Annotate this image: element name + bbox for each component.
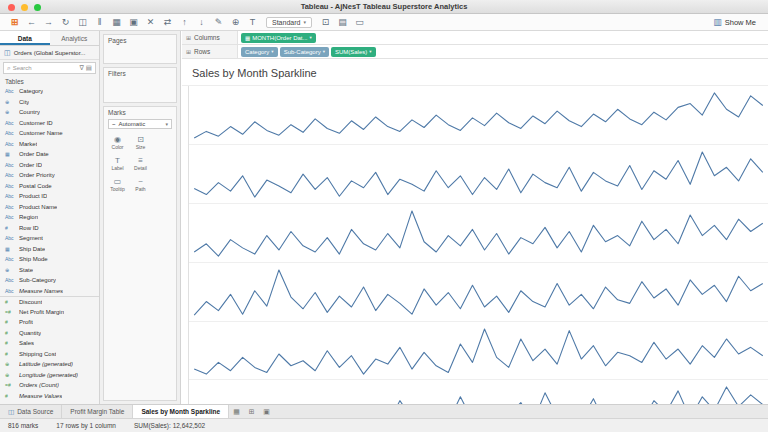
abc-icon: Abc	[5, 128, 16, 138]
fit-icon[interactable]: ⊡	[317, 15, 334, 30]
filter-fields-icon[interactable]: ∇	[79, 64, 83, 72]
pill-sub-category[interactable]: Sub-Category▾	[280, 47, 329, 57]
tooltip-button[interactable]: ▭Tooltip	[106, 174, 129, 195]
duplicate-icon[interactable]: ▣	[125, 15, 142, 30]
color-button[interactable]: ◉Color	[106, 132, 129, 153]
path-icon: ~	[138, 177, 143, 186]
field-postal-code[interactable]: AbcPostal Code	[0, 181, 99, 192]
tab-data[interactable]: Data	[0, 31, 50, 45]
field-order-id[interactable]: AbcOrder ID	[0, 160, 99, 171]
undo-icon[interactable]: ←	[23, 15, 40, 30]
view-options-icon[interactable]: ▤	[86, 64, 92, 72]
size-button[interactable]: ⊡Size	[129, 132, 152, 153]
calendar-icon: ▦	[245, 35, 250, 41]
field-order-priority[interactable]: AbcOrder Priority	[0, 170, 99, 181]
field-customer-id[interactable]: AbcCustomer ID	[0, 118, 99, 129]
abc-icon: Abc	[5, 118, 16, 128]
field-product-id[interactable]: AbcProduct ID	[0, 191, 99, 202]
clear-icon[interactable]: ✕	[142, 15, 159, 30]
path-button[interactable]: ~Path	[129, 174, 152, 195]
new-worksheet-icon[interactable]: ▦	[108, 15, 125, 30]
minimize-window-button[interactable]	[21, 4, 28, 11]
labels-icon[interactable]: T	[244, 15, 261, 30]
pill-sum-sales[interactable]: SUM(Sales)▾	[331, 47, 376, 57]
field-profit[interactable]: #Profit	[0, 317, 99, 328]
close-window-button[interactable]	[8, 4, 15, 11]
sheet-tab-profit-margin-table[interactable]: Profit Margin Table	[62, 405, 133, 418]
zoom-window-button[interactable]	[34, 4, 41, 11]
abc-icon: Abc	[5, 286, 16, 296]
data-source-item[interactable]: ◫ Orders (Global Superstor...	[0, 46, 99, 60]
pause-updates-icon[interactable]: ‖	[91, 15, 108, 30]
field-orders-count[interactable]: =#Orders (Count)	[0, 380, 99, 391]
view-size-select[interactable]: Standard ▾	[266, 17, 312, 28]
field-sub-category[interactable]: AbcSub-Category	[0, 275, 99, 286]
calendar-icon: ▦	[5, 244, 16, 254]
field-measure-names[interactable]: AbcMeasure Names	[0, 286, 99, 297]
filters-card[interactable]: Filters	[103, 67, 177, 103]
field-product-name[interactable]: AbcProduct Name	[0, 202, 99, 213]
label-button[interactable]: TLabel	[106, 153, 129, 174]
field-label: Orders (Count)	[19, 382, 59, 388]
field-ship-date[interactable]: ▦Ship Date	[0, 244, 99, 255]
field-ship-mode[interactable]: AbcShip Mode	[0, 254, 99, 265]
field-label: Postal Code	[19, 183, 52, 189]
field-longitude-generated[interactable]: ⊕Longitude (generated)	[0, 370, 99, 381]
field-segment[interactable]: AbcSegment	[0, 233, 99, 244]
search-input[interactable]: ⌕ Search ∇ ▤	[3, 62, 96, 74]
sort-asc-icon[interactable]: ↑	[176, 15, 193, 30]
field-sales[interactable]: #Sales	[0, 338, 99, 349]
tableau-logo-icon[interactable]: ⊞	[6, 15, 23, 30]
calc-icon: =#	[5, 380, 16, 390]
sheet-tab-sales-by-month-sparkline[interactable]: Sales by Month Sparkline	[133, 405, 229, 418]
field-measure-values[interactable]: #Measure Values	[0, 391, 99, 402]
new-worksheet-tab-icon[interactable]: ▦	[229, 405, 244, 418]
field-row-id[interactable]: #Row ID	[0, 223, 99, 234]
field-net-profit-margin[interactable]: =#Net Profit Margin	[0, 307, 99, 318]
new-data-source-icon[interactable]: ◫	[74, 15, 91, 30]
field-city[interactable]: ⊕City	[0, 97, 99, 108]
field-shipping-cost[interactable]: #Shipping Cost	[0, 349, 99, 360]
field-label: Discount	[19, 299, 42, 305]
pill-category[interactable]: Category▾	[241, 47, 278, 57]
mark-type-select[interactable]: ~ Automatic ▾	[108, 119, 172, 129]
tab-analytics[interactable]: Analytics	[50, 31, 100, 45]
sheet-tab-data-source[interactable]: ◫Data Source	[0, 405, 62, 418]
presentation-icon[interactable]: ▭	[351, 15, 368, 30]
titlebar: Tableau - AjNesT Tableau Superstore Anal…	[0, 0, 768, 14]
field-customer-name[interactable]: AbcCustomer Name	[0, 128, 99, 139]
detail-button[interactable]: ≡Detail	[129, 153, 152, 174]
field-order-date[interactable]: ▦Order Date	[0, 149, 99, 160]
field-state[interactable]: ⊕State	[0, 265, 99, 276]
columns-shelf[interactable]: ⊞ Columns ▦MONTH(Order Dat...▾	[182, 31, 768, 45]
swap-icon[interactable]: ⇄	[159, 15, 176, 30]
detail-icon: ≡	[138, 156, 143, 165]
new-story-tab-icon[interactable]: ▣	[259, 405, 274, 418]
field-market[interactable]: AbcMarket	[0, 139, 99, 150]
show-me-label: Show Me	[725, 18, 756, 27]
field-quantity[interactable]: #Quantity	[0, 328, 99, 339]
pages-card[interactable]: Pages	[103, 34, 177, 64]
field-country[interactable]: ⊕Country	[0, 107, 99, 118]
sort-desc-icon[interactable]: ↓	[193, 15, 210, 30]
field-latitude-generated[interactable]: ⊕Latitude (generated)	[0, 359, 99, 370]
calendar-icon: ▦	[5, 149, 16, 159]
field-label: Latitude (generated)	[19, 361, 73, 367]
replay-icon[interactable]: ↻	[57, 15, 74, 30]
tooltip-icon: ▭	[114, 177, 122, 186]
pill-month-order-dat[interactable]: ▦MONTH(Order Dat...▾	[241, 33, 316, 43]
hash-icon: #	[5, 328, 16, 338]
rows-shelf[interactable]: ⊞ Rows Category▾Sub-Category▾SUM(Sales)▾	[182, 45, 768, 59]
show-me-button[interactable]: ▥ Show Me	[707, 16, 762, 28]
hash-icon: #	[5, 297, 16, 307]
cards-icon[interactable]: ▤	[334, 15, 351, 30]
field-category[interactable]: AbcCategory	[0, 86, 99, 97]
field-region[interactable]: AbcRegion	[0, 212, 99, 223]
group-icon[interactable]: ⊕	[227, 15, 244, 30]
redo-icon[interactable]: →	[40, 15, 57, 30]
line-mark-icon: ~	[112, 121, 116, 127]
field-discount[interactable]: #Discount	[0, 296, 99, 307]
highlight-icon[interactable]: ✎	[210, 15, 227, 30]
new-dashboard-tab-icon[interactable]: ⊞	[244, 405, 259, 418]
rows-shelf-icon: ⊞	[186, 48, 191, 55]
